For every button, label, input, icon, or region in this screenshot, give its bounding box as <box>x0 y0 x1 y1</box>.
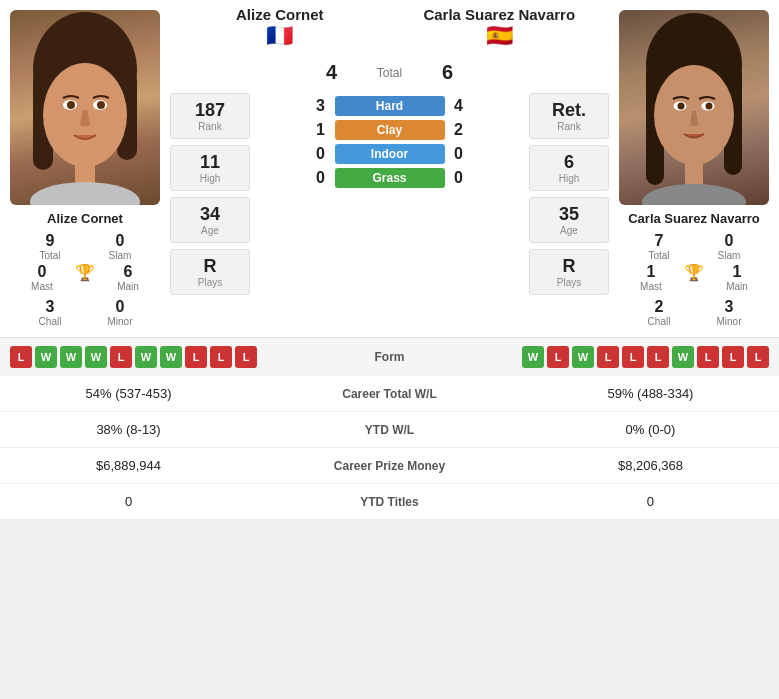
player1-chall-cell: 3 Chall <box>20 298 80 327</box>
player2-chall-value: 2 <box>655 298 664 316</box>
stat-p2-val: 59% (488-334) <box>522 376 779 412</box>
player2-trophy-icon-cell: 🏆 <box>684 263 704 292</box>
svg-point-19 <box>642 184 746 205</box>
p1-plays-lbl: Plays <box>181 277 239 288</box>
player2-mast-label: Mast <box>640 281 662 292</box>
player1-name-label: Alize Cornet <box>47 211 123 226</box>
stats-row: 38% (8-13) YTD W/L 0% (0-0) <box>0 412 779 448</box>
trophy-icon-right: 🏆 <box>684 263 704 282</box>
player1-photo <box>10 10 160 205</box>
form-badge-p2: L <box>697 346 719 368</box>
stat-p2-val: $8,206,368 <box>522 448 779 484</box>
player2-chall-label: Chall <box>648 316 671 327</box>
stat-center-label: Career Prize Money <box>257 448 522 484</box>
player2-total-label: Total <box>648 250 669 261</box>
stat-center-label: YTD Titles <box>257 484 522 520</box>
player2-chall-cell: 2 Chall <box>629 298 689 327</box>
player1-flag: 🇫🇷 <box>266 23 293 49</box>
form-badge-p1: L <box>10 346 32 368</box>
player2-slam-value: 0 <box>725 232 734 250</box>
form-badge-p1: L <box>185 346 207 368</box>
form-badge-p1: W <box>35 346 57 368</box>
left-player-area: Alize Cornet 9 Total 0 Slam 0 Mast <box>0 0 170 337</box>
p2-indoor-num: 0 <box>445 145 473 163</box>
player2-main-value: 1 <box>733 263 742 281</box>
p2-age-val: 35 <box>540 204 598 225</box>
player1-slam-cell: 0 Slam <box>90 232 150 261</box>
right-center-boxes: Ret. Rank 6 High 35 Age R Plays <box>529 90 609 298</box>
form-badge-p2: W <box>672 346 694 368</box>
player1-trophy-icon-cell: 🏆 <box>75 263 95 292</box>
player1-trophy-row: 0 Mast 🏆 6 Main <box>20 263 150 292</box>
p2-rank-box: Ret. Rank <box>529 93 609 139</box>
svg-point-6 <box>67 101 75 109</box>
p1-rank-lbl: Rank <box>181 121 239 132</box>
stat-p2-val: 0 <box>522 484 779 520</box>
p1-age-val: 34 <box>181 204 239 225</box>
form-badge-p2: W <box>572 346 594 368</box>
svg-point-9 <box>30 182 140 205</box>
p1-age-lbl: Age <box>181 225 239 236</box>
p1-high-box: 11 High <box>170 145 250 191</box>
stats-row: $6,889,944 Career Prize Money $8,206,368 <box>0 448 779 484</box>
hard-row: 3 Hard 4 <box>307 96 473 116</box>
player2-name-label: Carla Suarez Navarro <box>628 211 760 226</box>
p1-high-lbl: High <box>181 173 239 184</box>
right-player-area: Carla Suarez Navarro 7 Total 0 Slam 1 Ma… <box>609 0 779 337</box>
form-badge-p1: W <box>135 346 157 368</box>
grass-bar: Grass <box>335 168 445 188</box>
form-badge-p2: L <box>597 346 619 368</box>
svg-point-16 <box>678 103 685 110</box>
names-row: Alize Cornet 🇫🇷 Carla Suarez Navarro 🇪🇸 <box>170 0 609 55</box>
form-badge-p1: W <box>60 346 82 368</box>
p1-plays-val: R <box>181 256 239 277</box>
player1-slam-value: 0 <box>116 232 125 250</box>
player1-name-block: Alize Cornet 🇫🇷 <box>170 6 390 49</box>
p1-hard-num: 3 <box>307 97 335 115</box>
player1-chall-value: 3 <box>46 298 55 316</box>
indoor-row: 0 Indoor 0 <box>307 144 473 164</box>
player1-top-name: Alize Cornet <box>236 6 324 23</box>
form-badge-p1: W <box>160 346 182 368</box>
stat-center-label: Career Total W/L <box>257 376 522 412</box>
stat-p1-val: $6,889,944 <box>0 448 257 484</box>
form-badge-p1: L <box>210 346 232 368</box>
player1-main-label: Main <box>117 281 139 292</box>
form-badge-p1: W <box>85 346 107 368</box>
player1-mast-value: 0 <box>37 263 46 281</box>
total-row: 4 Total 6 <box>317 61 463 84</box>
p1-grass-num: 0 <box>307 169 335 187</box>
clay-bar: Clay <box>335 120 445 140</box>
player2-flag: 🇪🇸 <box>486 23 513 49</box>
form-badge-p2: L <box>647 346 669 368</box>
main-container: Alize Cornet 9 Total 0 Slam 0 Mast <box>0 0 779 520</box>
player2-minor-label: Minor <box>716 316 741 327</box>
p1-high-val: 11 <box>181 152 239 173</box>
form-badge-p2: L <box>747 346 769 368</box>
player2-minor-cell: 3 Minor <box>699 298 759 327</box>
player1-total-cell: 9 Total <box>20 232 80 261</box>
p1-age-box: 34 Age <box>170 197 250 243</box>
form-section: LWWWLWWLLL Form WLWLLLWLLL <box>0 337 779 376</box>
player2-name-block: Carla Suarez Navarro 🇪🇸 <box>390 6 610 49</box>
p2-high-box: 6 High <box>529 145 609 191</box>
svg-point-17 <box>706 103 713 110</box>
p1-indoor-num: 0 <box>307 145 335 163</box>
form-badge-p2: L <box>722 346 744 368</box>
stat-center-label: YTD W/L <box>257 412 522 448</box>
stat-p1-val: 0 <box>0 484 257 520</box>
player2-total-cell: 7 Total <box>629 232 689 261</box>
player2-main-label: Main <box>726 281 748 292</box>
p2-plays-lbl: Plays <box>540 277 598 288</box>
p2-plays-box: R Plays <box>529 249 609 295</box>
player1-total-value: 9 <box>46 232 55 250</box>
form-left: LWWWLWWLLL <box>10 346 340 368</box>
trophy-icon-left: 🏆 <box>75 263 95 282</box>
form-badge-p1: L <box>110 346 132 368</box>
player1-slam-label: Slam <box>109 250 132 261</box>
indoor-bar: Indoor <box>335 144 445 164</box>
player2-mast-cell: 1 Mast <box>640 263 662 292</box>
hard-bar: Hard <box>335 96 445 116</box>
player2-slam-label: Slam <box>718 250 741 261</box>
p1-total-match: 4 <box>317 61 347 84</box>
